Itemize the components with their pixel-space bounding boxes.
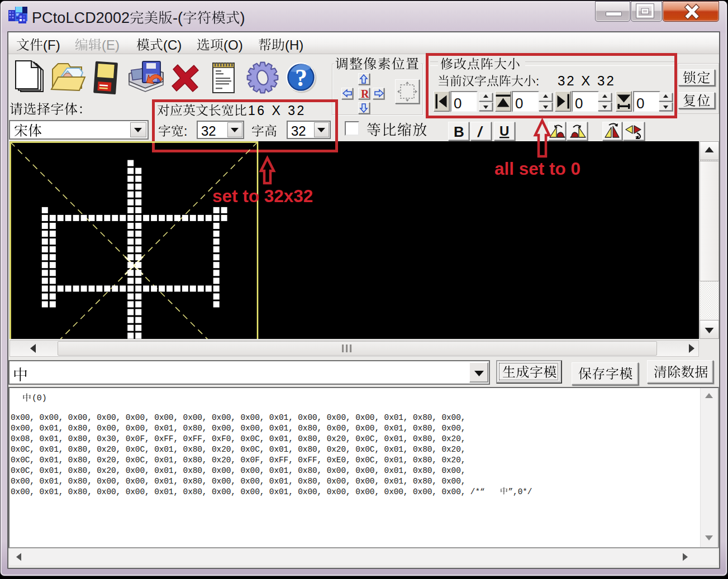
svg-text:(F): (F) bbox=[43, 37, 60, 52]
svg-text:(O): (O) bbox=[223, 37, 243, 52]
svg-text:0x0C, 0x01, 0x80, 0x20, 0x0C,: 0x0C, 0x01, 0x80, 0x20, 0x0C, 0x01, 0x80… bbox=[11, 456, 465, 465]
svg-text:0x0C, 0x01, 0x80, 0x20, 0x0C,: 0x0C, 0x01, 0x80, 0x20, 0x0C, 0x01, 0x80… bbox=[11, 445, 465, 454]
svg-text:B: B bbox=[454, 123, 464, 140]
svg-text:(E): (E) bbox=[102, 37, 120, 52]
svg-text:R: R bbox=[361, 88, 369, 100]
svg-text:/: / bbox=[477, 123, 483, 140]
svg-text:0: 0 bbox=[575, 95, 583, 112]
svg-text:32 X 32: 32 X 32 bbox=[558, 73, 616, 88]
svg-text:-(: -( bbox=[173, 9, 183, 26]
svg-text:set to 32x32: set to 32x32 bbox=[212, 186, 313, 206]
svg-text:0: 0 bbox=[515, 95, 523, 112]
svg-text:0: 0 bbox=[636, 95, 644, 112]
svg-text:32: 32 bbox=[291, 123, 306, 138]
svg-text::: : bbox=[184, 124, 187, 138]
svg-text:0x00, 0x01, 0x80, 0x00, 0x00,: 0x00, 0x01, 0x80, 0x00, 0x00, 0x01, 0x80… bbox=[11, 487, 485, 496]
svg-text:32: 32 bbox=[201, 123, 216, 138]
svg-text:?: ? bbox=[295, 64, 307, 92]
svg-text:0x00, 0x01, 0x80, 0x00, 0x00,: 0x00, 0x01, 0x80, 0x00, 0x00, 0x01, 0x80… bbox=[11, 424, 465, 433]
svg-text:0x00, 0x01, 0x80, 0x00, 0x00,: 0x00, 0x01, 0x80, 0x00, 0x00, 0x01, 0x80… bbox=[11, 477, 465, 486]
svg-text:): ) bbox=[240, 9, 245, 26]
svg-text:0x00, 0x00, 0x00, 0x00, 0x00,: 0x00, 0x00, 0x00, 0x00, 0x00, 0x00, 0x00… bbox=[11, 413, 465, 422]
svg-text:(C): (C) bbox=[163, 37, 182, 52]
svg-text:0x08, 0x01, 0x80, 0x30, 0x0F,: 0x08, 0x01, 0x80, 0x30, 0x0F, 0xFF, 0xFF… bbox=[11, 434, 465, 443]
svg-text:all set to 0: all set to 0 bbox=[494, 159, 581, 179]
svg-text:”,0*/: ”,0*/ bbox=[508, 487, 532, 496]
svg-text:16 X 32: 16 X 32 bbox=[248, 103, 306, 118]
svg-text:0: 0 bbox=[454, 95, 461, 112]
svg-text:(H): (H) bbox=[285, 37, 303, 52]
svg-text:PCtoLCD2002: PCtoLCD2002 bbox=[32, 9, 130, 26]
svg-text:U: U bbox=[499, 123, 509, 138]
svg-text::: : bbox=[536, 74, 539, 88]
svg-text:(0): (0) bbox=[32, 394, 47, 403]
svg-text:0x0C, 0x01, 0x80, 0x20, 0x00,: 0x0C, 0x01, 0x80, 0x20, 0x00, 0x01, 0x80… bbox=[11, 466, 465, 475]
